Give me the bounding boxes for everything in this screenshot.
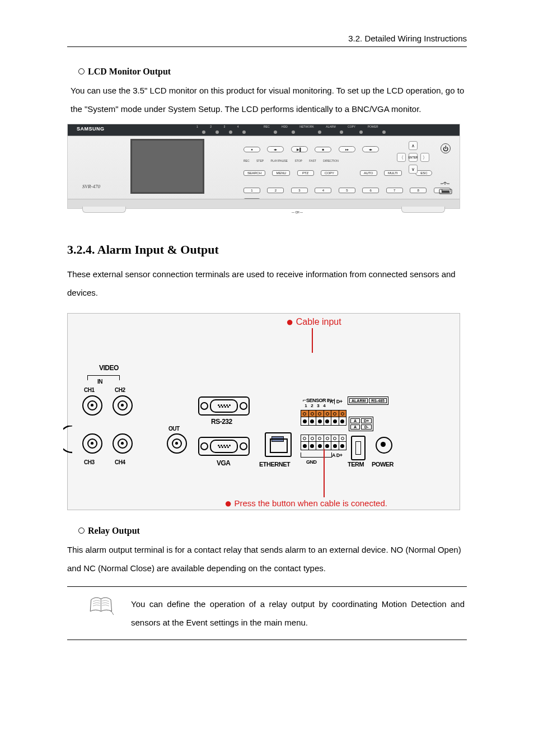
num-2: 2 [267,188,284,193]
enter-button: ENTER [409,153,418,162]
svg-rect-1 [442,190,449,193]
up-arrow-button: ∧ [409,141,418,150]
vga-port [198,437,250,456]
lcd-heading: LCD Monitor Output [78,67,467,77]
search-button: SEARCH [243,170,265,176]
usb-port-icon [437,181,454,197]
num-1: 1 [243,188,260,193]
power-jack [376,437,392,454]
device-model: SVR-470 [82,184,100,189]
copy-button: COPY [321,170,338,176]
num-8: 8 [410,188,427,193]
direction-button: ◂▸ [362,146,379,152]
power-button: ⏻ [441,143,451,153]
ethernet-port [265,432,292,457]
terminal-upper-dots [301,417,346,426]
bnc-ch3 [82,433,102,454]
note-book-icon [88,595,115,617]
section-number: 3.2.4. [67,242,95,256]
num-6: 6 [362,188,379,193]
rear-panel-figure: ● Cable input ● Press the button when ca… [67,313,460,510]
bnc-ch2 [113,395,133,416]
menu-button: MENU [272,170,290,176]
video-label: VIDEO [99,364,119,372]
stop-button: ■ [315,147,331,152]
section-heading: 3.2.4. Alarm Input & Output [67,242,467,257]
num-7: 7 [386,188,403,193]
auto-button: AUTO [360,170,377,176]
rec-button: ● [243,147,260,152]
section-title: Alarm Input & Output [97,242,219,256]
device-front-panel-figure: SAMSUNG 1 2 3 4 REC HDD NETWORK ALARM CO… [67,124,460,209]
device-lcd [130,139,204,194]
lcd-heading-text: LCD Monitor Output [88,67,171,76]
num-3: 3 [291,188,308,193]
rs232-port [198,396,250,416]
play-button: ▶▌ [291,146,308,152]
down-arrow-button: ∨ [409,165,418,174]
breadcrumb: 3.2. Detailed Wiring Instructions [67,34,467,47]
lcd-paragraph: You can use the 3.5" LCD monitor on this… [71,81,466,118]
right-arrow-button: 〉 [420,153,429,162]
note-box: You can define the operation of a relay … [67,586,467,640]
note-text: You can define the operation of a relay … [131,595,465,632]
bnc-ch1 [82,395,102,416]
breadcrumb-text: 3.2. Detailed Wiring Instructions [348,34,467,43]
left-arrow-button: 〈 [397,153,406,162]
bnc-ch4 [113,433,133,454]
num-5: 5 [339,188,355,193]
term-button [351,436,366,460]
direction-pad: ∧ 〈 ENTER 〉 ∨ [397,141,428,172]
bullet-icon [78,528,85,534]
relay-heading-text: Relay Output [88,526,140,535]
section-paragraph: These external sensor connection termina… [67,265,467,302]
device-brand: SAMSUNG [77,126,105,132]
ptz-button: PTZ [297,170,314,176]
bnc-out [167,433,187,454]
step-back-button: ◂▸ [267,146,284,152]
num-4: 4 [315,188,331,193]
relay-paragraph: This alarm output terminal is for a cont… [67,540,467,577]
bullet-icon [78,68,85,74]
fast-button: ▸▸ [339,146,355,152]
relay-heading: Relay Output [78,526,467,536]
